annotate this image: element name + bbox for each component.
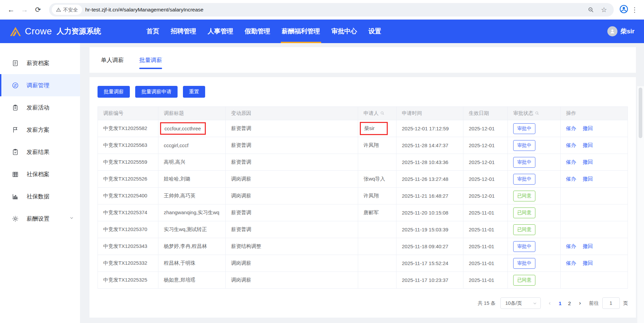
cell-adjust-title: 实习生wq,测试转正 [158,221,226,238]
cell-applicant [358,154,396,171]
cell-apply-time: 2025-12-01 17:12:59 [396,120,463,137]
cell-applicant [358,221,396,238]
next-page-button[interactable]: › [576,300,584,306]
cell-effective-date: 2025-12-01 [463,171,508,188]
table-row: 中竞发TX12025343杨梦婷,李冉,程昌林薪资结构调整2025-11-18 … [98,238,628,255]
status-badge: 已同意 [513,224,535,235]
prev-page-button[interactable]: ‹ [545,300,554,306]
cell-change-reason: 薪资普调 [226,120,358,137]
page-numbers: 12 [556,300,574,306]
row-action-link[interactable]: 撤回 [583,125,593,131]
sidebar-item-label: 薪酬设置 [27,215,49,223]
cell-change-reason: 薪资结构调整 [226,238,358,255]
cell-change-reason: 薪资普调 [226,137,358,154]
row-action-link[interactable]: 催办 [566,176,576,182]
nav-item[interactable]: 薪酬福利管理 [276,20,326,43]
row-action-link[interactable]: 撤回 [583,260,593,266]
browser-reload-icon[interactable]: ⟳ [32,4,44,15]
tab[interactable]: 单人调薪 [101,47,124,73]
cell-applicant: 许凤翔 [358,137,396,154]
bookmark-star-icon[interactable]: ☆ [601,6,607,14]
sidebar-item[interactable]: 调薪管理 [0,74,80,96]
browser-profile-icon[interactable] [619,4,629,15]
table-body: 中竞发TX12025582cccfour,cccthree薪资普调柴sir202… [98,120,628,289]
sidebar-item[interactable]: 薪资档案 [0,52,80,74]
column-search-icon[interactable] [535,111,539,117]
nav-item[interactable]: 招聘管理 [165,20,202,43]
sidebar-item[interactable]: 发薪结果 [0,141,80,163]
url-text: hr-test.zjf-it.cn/#/salaryManagement/sal… [85,7,203,13]
cell-actions: 催办撤回 [561,154,628,171]
row-action-link[interactable]: 催办 [566,142,576,148]
tab[interactable]: 批量调薪 [139,47,162,73]
toolbar-button[interactable]: 重置 [183,86,205,98]
cell-apply-time: 2025-11-26 13:27:48 [396,171,463,188]
table-row: 中竞发TX12025325杨如意,郑培瑶调岗调薪2025-11-17 10:23… [98,272,628,289]
cell-change-reason: 调岗调薪 [226,272,358,289]
cell-adjust-id: 中竞发TX12025526 [98,171,158,188]
app-title: 人力资源系统 [57,26,101,36]
nav-item[interactable]: 首页 [141,20,165,43]
page-number[interactable]: 1 [556,300,565,306]
row-action-link[interactable]: 撤回 [583,176,593,182]
browser-menu-icon[interactable]: ⋮ [631,6,639,14]
row-action-link[interactable]: 撤回 [583,243,593,249]
row-action-link[interactable]: 撤回 [583,159,593,165]
nav-item[interactable]: 人事管理 [202,20,239,43]
row-action-link[interactable]: 催办 [566,159,576,165]
sidebar-item[interactable]: 社保档案 [0,163,80,185]
cell-adjust-title: 王帅帅,高巧英 [158,188,226,204]
browser-back-icon[interactable]: ← [5,4,17,15]
status-badge: 审批中 [513,157,535,168]
pagination: 共 15 条 10条/页 ‹ 12 › 前往 页 [98,297,628,309]
row-action-link[interactable]: 撤回 [583,142,593,148]
scrollbar-thumb[interactable] [639,88,642,138]
toolbar: 批量调薪批量调薪申请重置 [98,86,628,98]
nav-item[interactable]: 设置 [363,20,387,43]
cell-adjust-title: 程昌林,于明珠 [158,255,226,272]
security-label: 不安全 [63,7,78,13]
nav-item[interactable]: 审批中心 [326,20,363,43]
main-content: 单人调薪批量调薪 批量调薪批量调薪申请重置 调薪编号调薪标题变动原因申请人申请时… [80,43,644,323]
sidebar-item[interactable]: 发薪方案 [0,119,80,141]
row-action-link[interactable]: 催办 [566,243,576,249]
cell-effective-date: 2025-12-01 [463,137,508,154]
sidebar-item-label: 社保数据 [27,193,49,200]
page-size-select[interactable]: 10条/页 [500,297,541,309]
cell-applicant: 张wq导入 [358,171,396,188]
security-chip[interactable]: 不安全 [52,5,82,15]
sidebar: 薪资档案调薪管理发薪活动发薪方案发薪结果社保档案社保数据薪酬设置 [0,43,80,323]
gear-icon [12,215,19,222]
zoom-out-icon[interactable] [588,6,594,13]
status-badge: 已同意 [513,275,535,286]
sidebar-item[interactable]: 发薪活动 [0,96,80,119]
row-action-link[interactable]: 催办 [566,260,576,266]
avatar [607,26,617,36]
content-card: 批量调薪批量调薪申请重置 调薪编号调薪标题变动原因申请人申请时间生效日期审批状态… [89,77,636,318]
table-row: 中竞发TX12025400王帅帅,高巧英调岗调薪许凤翔2025-11-21 16… [98,188,628,204]
cell-change-reason: 调岗调薪 [226,171,358,188]
row-action-link[interactable]: 催办 [566,125,576,131]
cell-applicant [358,272,396,289]
cell-adjust-id: 中竞发TX12025332 [98,255,158,272]
address-bar[interactable]: 不安全 hr-test.zjf-it.cn/#/salaryManagement… [49,3,614,17]
toolbar-button[interactable]: 批量调薪 [98,86,130,98]
table-row: 中竞发TX12025370实习生wq,测试转正薪资普调2025-11-19 15… [98,221,628,238]
browser-forward-icon[interactable]: → [19,4,30,15]
goto-page-input[interactable] [602,297,620,309]
sidebar-item[interactable]: 薪酬设置 [0,207,80,230]
cell-actions [561,204,628,221]
column-header: 操作 [561,107,628,120]
app-header: Crowe 人力资源系统 首页招聘管理人事管理假勤管理薪酬福利管理审批中心设置 … [0,20,644,43]
page-number[interactable]: 2 [565,300,574,306]
document-icon [12,60,19,67]
sidebar-item-label: 调薪管理 [27,82,49,89]
cell-approval-status: 审批中 [508,238,561,255]
nav-item[interactable]: 假勤管理 [239,20,276,43]
user-menu[interactable]: 柴sir [607,26,635,36]
column-search-icon[interactable] [380,111,385,117]
toolbar-button[interactable]: 批量调薪申请 [135,86,178,98]
cell-actions: 催办撤回 [561,137,628,154]
sidebar-item[interactable]: 社保数据 [0,185,80,207]
scrollbar-track[interactable] [637,86,644,323]
